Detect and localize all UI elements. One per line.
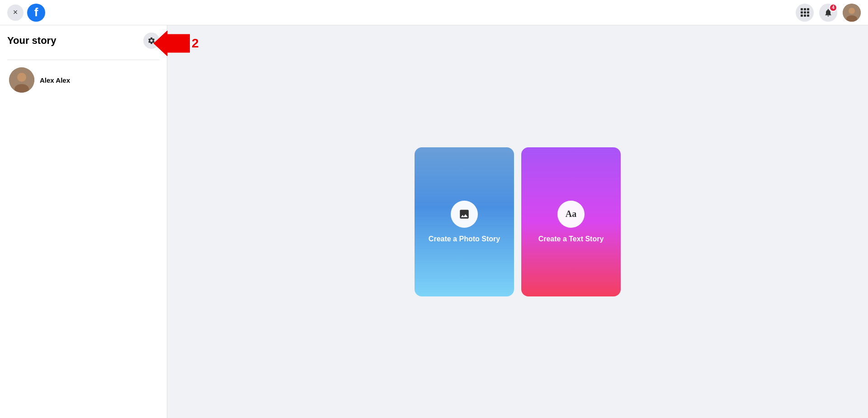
profile-avatar-button[interactable] xyxy=(843,4,861,22)
text-story-label: Create a Text Story xyxy=(531,235,611,243)
close-button[interactable]: × xyxy=(7,5,24,21)
topnav-left: × f xyxy=(7,4,45,22)
text-icon-circle: Aa xyxy=(557,201,585,228)
user-item[interactable]: Alex Alex xyxy=(7,64,160,96)
sidebar-title: Your story xyxy=(7,35,56,47)
photo-icon-circle xyxy=(451,201,478,228)
photo-story-label: Create a Photo Story xyxy=(421,235,507,243)
main-layout: Your story Alex Alex 2 xyxy=(0,25,868,418)
user-name: Alex Alex xyxy=(40,76,70,84)
facebook-logo: f xyxy=(27,4,45,22)
gear-icon xyxy=(147,37,156,45)
notifications-button[interactable]: 4 xyxy=(819,4,837,22)
top-navigation: × f 4 xyxy=(0,0,868,25)
photo-icon xyxy=(458,208,470,220)
svg-point-4 xyxy=(17,73,26,82)
sidebar: Your story Alex Alex xyxy=(0,25,167,418)
svg-point-1 xyxy=(849,8,855,14)
text-icon: Aa xyxy=(566,209,576,219)
story-cards-container: Create a Photo Story Aa Create a Text St… xyxy=(415,147,621,296)
settings-button[interactable] xyxy=(143,33,160,49)
create-photo-story-card[interactable]: Create a Photo Story xyxy=(415,147,514,296)
create-text-story-card[interactable]: Aa Create a Text Story xyxy=(521,147,621,296)
divider xyxy=(7,60,160,60)
profile-avatar xyxy=(843,4,861,22)
grid-icon xyxy=(801,8,809,17)
main-content: Create a Photo Story Aa Create a Text St… xyxy=(167,25,868,418)
notification-badge: 4 xyxy=(829,4,837,12)
user-avatar xyxy=(9,67,34,93)
topnav-right: 4 xyxy=(796,4,861,22)
grid-menu-button[interactable] xyxy=(796,4,814,22)
sidebar-header: Your story xyxy=(7,33,160,49)
